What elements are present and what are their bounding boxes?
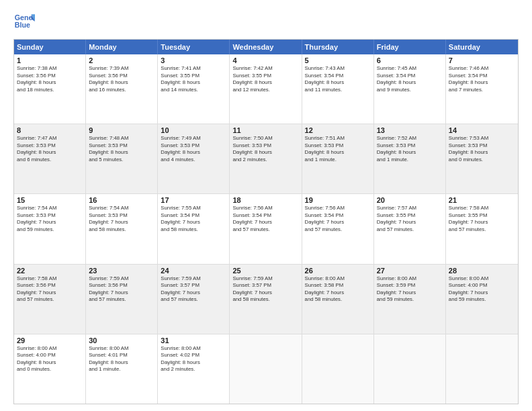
cal-cell: 10Sunrise: 7:49 AMSunset: 3:53 PMDayligh… (158, 124, 230, 193)
cell-info: Sunrise: 8:00 AMSunset: 3:58 PMDaylight:… (305, 275, 371, 304)
cal-cell: 6Sunrise: 7:45 AMSunset: 3:54 PMDaylight… (374, 54, 446, 124)
calendar-header: SundayMondayTuesdayWednesdayThursdayFrid… (14, 40, 518, 54)
cal-cell: 11Sunrise: 7:50 AMSunset: 3:53 PMDayligh… (230, 124, 302, 193)
cell-info: Sunrise: 7:59 AMSunset: 3:57 PMDaylight:… (232, 275, 298, 304)
cal-cell (302, 334, 374, 404)
logo-icon: General Blue (13, 11, 35, 32)
cell-info: Sunrise: 7:46 AMSunset: 3:54 PMDaylight:… (449, 65, 515, 93)
cell-info: Sunrise: 7:58 AMSunset: 3:55 PMDaylight:… (449, 205, 515, 233)
cal-cell: 24Sunrise: 7:59 AMSunset: 3:57 PMDayligh… (158, 265, 230, 334)
day-number: 28 (449, 267, 515, 275)
svg-text:Blue: Blue (15, 21, 30, 29)
day-number: 14 (449, 126, 515, 134)
cal-cell: 1Sunrise: 7:38 AMSunset: 3:56 PMDaylight… (14, 54, 86, 124)
day-number: 13 (377, 126, 443, 134)
cell-info: Sunrise: 7:59 AMSunset: 3:56 PMDaylight:… (89, 275, 154, 304)
cal-cell: 30Sunrise: 8:00 AMSunset: 4:01 PMDayligh… (86, 334, 158, 404)
day-number: 9 (89, 126, 154, 134)
day-number: 12 (305, 126, 371, 134)
cal-row-0: 1Sunrise: 7:38 AMSunset: 3:56 PMDaylight… (14, 54, 518, 124)
day-number: 20 (377, 196, 443, 204)
cal-cell: 22Sunrise: 7:58 AMSunset: 3:56 PMDayligh… (14, 265, 86, 334)
cell-info: Sunrise: 7:59 AMSunset: 3:57 PMDaylight:… (161, 275, 226, 304)
cal-cell: 17Sunrise: 7:55 AMSunset: 3:54 PMDayligh… (158, 194, 230, 263)
cell-info: Sunrise: 7:57 AMSunset: 3:55 PMDaylight:… (377, 205, 443, 233)
cal-cell: 2Sunrise: 7:39 AMSunset: 3:56 PMDaylight… (86, 54, 158, 124)
page: General Blue SundayMondayTuesdayWednesda… (0, 0, 532, 411)
cal-cell: 16Sunrise: 7:54 AMSunset: 3:53 PMDayligh… (86, 194, 158, 263)
cal-cell: 9Sunrise: 7:48 AMSunset: 3:53 PMDaylight… (86, 124, 158, 193)
cal-cell: 8Sunrise: 7:47 AMSunset: 3:53 PMDaylight… (14, 124, 86, 193)
cell-info: Sunrise: 7:39 AMSunset: 3:56 PMDaylight:… (89, 65, 154, 93)
cell-info: Sunrise: 8:00 AMSunset: 3:59 PMDaylight:… (377, 275, 443, 304)
day-number: 22 (17, 267, 83, 275)
day-number: 27 (377, 267, 443, 275)
cell-info: Sunrise: 7:47 AMSunset: 3:53 PMDaylight:… (17, 135, 83, 163)
cal-cell: 25Sunrise: 7:59 AMSunset: 3:57 PMDayligh… (230, 265, 302, 334)
day-number: 18 (232, 196, 298, 204)
cell-info: Sunrise: 7:42 AMSunset: 3:55 PMDaylight:… (232, 65, 298, 93)
cal-row-2: 15Sunrise: 7:54 AMSunset: 3:53 PMDayligh… (14, 193, 518, 263)
cal-cell: 26Sunrise: 8:00 AMSunset: 3:58 PMDayligh… (302, 265, 374, 334)
header-day-saturday: Saturday (446, 40, 518, 54)
cal-cell: 12Sunrise: 7:51 AMSunset: 3:53 PMDayligh… (302, 124, 374, 193)
header: General Blue (13, 11, 519, 32)
header-day-tuesday: Tuesday (158, 40, 230, 54)
header-day-monday: Monday (86, 40, 158, 54)
day-number: 4 (232, 56, 298, 64)
cal-cell: 23Sunrise: 7:59 AMSunset: 3:56 PMDayligh… (86, 265, 158, 334)
day-number: 1 (17, 56, 83, 64)
cell-info: Sunrise: 8:00 AMSunset: 4:00 PMDaylight:… (449, 275, 515, 304)
cal-row-3: 22Sunrise: 7:58 AMSunset: 3:56 PMDayligh… (14, 264, 518, 334)
logo: General Blue (13, 11, 38, 32)
cell-info: Sunrise: 7:43 AMSunset: 3:54 PMDaylight:… (305, 65, 371, 93)
cell-info: Sunrise: 7:38 AMSunset: 3:56 PMDaylight:… (17, 65, 83, 93)
day-number: 6 (377, 56, 443, 64)
cal-cell: 20Sunrise: 7:57 AMSunset: 3:55 PMDayligh… (374, 194, 446, 263)
cell-info: Sunrise: 7:51 AMSunset: 3:53 PMDaylight:… (305, 135, 371, 163)
header-day-sunday: Sunday (14, 40, 86, 54)
day-number: 3 (161, 56, 226, 64)
cell-info: Sunrise: 7:53 AMSunset: 3:53 PMDaylight:… (449, 135, 515, 163)
cal-row-4: 29Sunrise: 8:00 AMSunset: 4:00 PMDayligh… (14, 334, 518, 404)
cell-info: Sunrise: 7:55 AMSunset: 3:54 PMDaylight:… (161, 205, 226, 233)
calendar: SundayMondayTuesdayWednesdayThursdayFrid… (13, 39, 519, 404)
day-number: 5 (305, 56, 371, 64)
cal-cell: 27Sunrise: 8:00 AMSunset: 3:59 PMDayligh… (374, 265, 446, 334)
day-number: 25 (232, 267, 298, 275)
cell-info: Sunrise: 7:50 AMSunset: 3:53 PMDaylight:… (232, 135, 298, 163)
cell-info: Sunrise: 8:00 AMSunset: 4:01 PMDaylight:… (89, 345, 154, 373)
cell-info: Sunrise: 8:00 AMSunset: 4:00 PMDaylight:… (17, 345, 83, 373)
day-number: 23 (89, 267, 154, 275)
calendar-body: 1Sunrise: 7:38 AMSunset: 3:56 PMDaylight… (14, 54, 518, 404)
cell-info: Sunrise: 7:52 AMSunset: 3:53 PMDaylight:… (377, 135, 443, 163)
cal-cell: 3Sunrise: 7:41 AMSunset: 3:55 PMDaylight… (158, 54, 230, 124)
cal-cell: 15Sunrise: 7:54 AMSunset: 3:53 PMDayligh… (14, 194, 86, 263)
cell-info: Sunrise: 7:41 AMSunset: 3:55 PMDaylight:… (161, 65, 226, 93)
cell-info: Sunrise: 8:00 AMSunset: 4:02 PMDaylight:… (161, 345, 226, 373)
day-number: 15 (17, 196, 83, 204)
cell-info: Sunrise: 7:45 AMSunset: 3:54 PMDaylight:… (377, 65, 443, 93)
header-day-wednesday: Wednesday (230, 40, 302, 54)
day-number: 21 (449, 196, 515, 204)
day-number: 10 (161, 126, 226, 134)
day-number: 19 (305, 196, 371, 204)
cal-cell: 28Sunrise: 8:00 AMSunset: 4:00 PMDayligh… (446, 265, 518, 334)
cell-info: Sunrise: 7:48 AMSunset: 3:53 PMDaylight:… (89, 135, 154, 163)
cal-cell (230, 334, 302, 404)
cal-row-1: 8Sunrise: 7:47 AMSunset: 3:53 PMDaylight… (14, 124, 518, 193)
header-day-friday: Friday (374, 40, 446, 54)
cell-info: Sunrise: 7:49 AMSunset: 3:53 PMDaylight:… (161, 135, 226, 163)
cal-cell: 21Sunrise: 7:58 AMSunset: 3:55 PMDayligh… (446, 194, 518, 263)
day-number: 16 (89, 196, 154, 204)
day-number: 2 (89, 56, 154, 64)
cell-info: Sunrise: 7:58 AMSunset: 3:56 PMDaylight:… (17, 275, 83, 304)
cal-cell: 7Sunrise: 7:46 AMSunset: 3:54 PMDaylight… (446, 54, 518, 124)
day-number: 7 (449, 56, 515, 64)
cal-cell: 18Sunrise: 7:56 AMSunset: 3:54 PMDayligh… (230, 194, 302, 263)
cell-info: Sunrise: 7:56 AMSunset: 3:54 PMDaylight:… (232, 205, 298, 233)
day-number: 17 (161, 196, 226, 204)
day-number: 8 (17, 126, 83, 134)
cell-info: Sunrise: 7:56 AMSunset: 3:54 PMDaylight:… (305, 205, 371, 233)
cal-cell (374, 334, 446, 404)
